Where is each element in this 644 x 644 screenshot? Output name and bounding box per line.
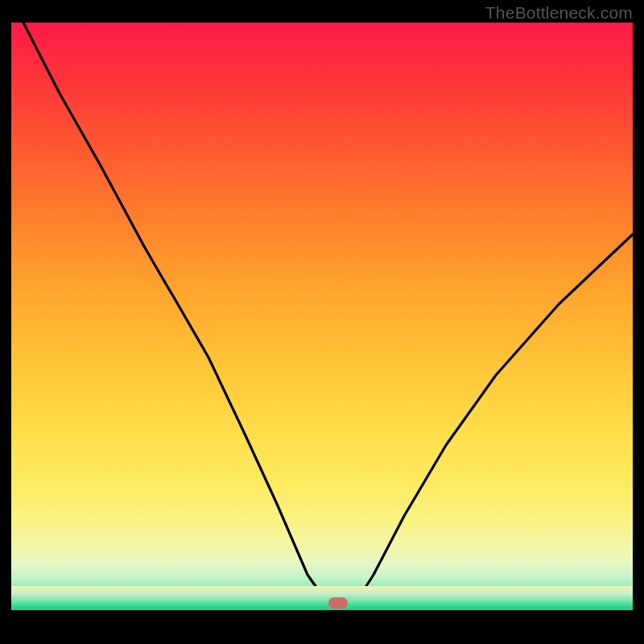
optimal-marker: [328, 597, 348, 609]
watermark-text: TheBottleneck.com: [485, 3, 633, 23]
plot-area: [11, 23, 633, 610]
curve-svg: [11, 23, 633, 610]
bottleneck-curve-path: [23, 23, 633, 608]
optimal-band: [11, 586, 633, 610]
chart-frame: [11, 23, 633, 634]
bottom-border: [11, 610, 633, 634]
